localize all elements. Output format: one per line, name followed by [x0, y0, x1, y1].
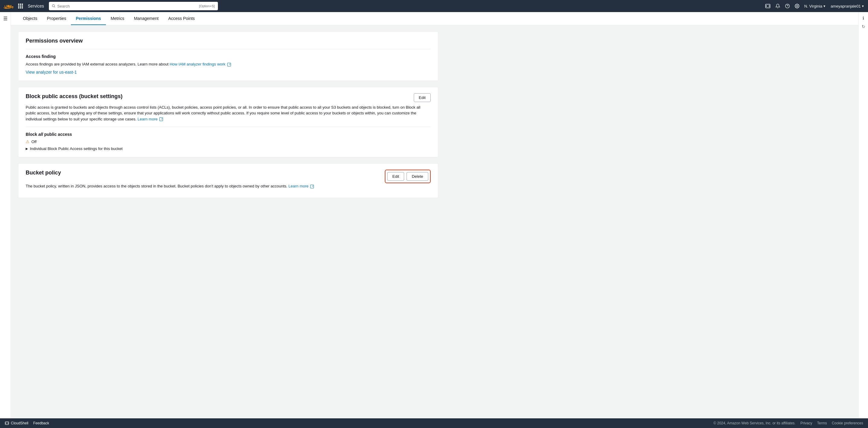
bucket-policy-card: Bucket policy Edit Delete The bucket pol…	[18, 163, 438, 198]
individual-settings-label: Individual Block Public Access settings …	[30, 146, 123, 151]
external-link-icon	[227, 63, 231, 66]
bucket-policy-description: The bucket policy, written in JSON, prov…	[26, 183, 431, 189]
cloudshell-icon[interactable]	[765, 3, 771, 9]
block-public-access-learn-more-link[interactable]: Learn more	[137, 117, 163, 121]
tabs-bar: Objects Properties Permissions Metrics M…	[11, 12, 858, 25]
svg-line-1	[54, 7, 55, 7]
tab-access-points[interactable]: Access Points	[163, 12, 199, 25]
block-all-label: Block all public access	[26, 132, 431, 137]
status-off-label: Off	[31, 140, 36, 144]
block-public-access-edit-button[interactable]: Edit	[414, 93, 431, 102]
aws-logo[interactable]	[4, 3, 13, 9]
block-public-access-title: Block public access (bucket settings)	[26, 93, 123, 100]
refresh-icon[interactable]: ↻	[862, 24, 865, 29]
block-public-access-description: Public access is granted to buckets and …	[26, 104, 431, 122]
block-public-access-header: Block public access (bucket settings) Ed…	[26, 93, 431, 104]
settings-icon[interactable]	[795, 4, 800, 8]
notifications-icon[interactable]	[775, 4, 780, 8]
search-bar[interactable]: [Option+S]	[49, 2, 218, 10]
block-all-status: ⚠ Off	[26, 139, 431, 144]
warning-icon: ⚠	[26, 139, 30, 144]
permissions-overview-title: Permissions overview	[26, 38, 431, 44]
block-public-access-card: Block public access (bucket settings) Ed…	[18, 87, 438, 158]
grid-icon[interactable]	[18, 4, 23, 8]
tab-objects[interactable]: Objects	[18, 12, 42, 25]
view-analyzer-link[interactable]: View analyzer for us-east-1	[26, 70, 77, 74]
bucket-policy-external-icon	[310, 185, 314, 188]
tab-permissions[interactable]: Permissions	[71, 12, 105, 25]
learn-more-external-icon	[159, 117, 163, 121]
tab-properties[interactable]: Properties	[42, 12, 71, 25]
bucket-policy-header: Bucket policy Edit Delete	[26, 170, 431, 183]
search-shortcut: [Option+S]	[199, 4, 215, 8]
access-finding-text: Access findings are provided by IAM exte…	[26, 61, 431, 67]
main-content: Objects Properties Permissions Metrics M…	[11, 12, 858, 418]
page-content: Permissions overview Access finding Acce…	[11, 25, 445, 210]
services-menu[interactable]: Services	[28, 4, 44, 8]
hamburger-menu[interactable]: ☰	[3, 16, 7, 22]
bucket-policy-title: Bucket policy	[26, 170, 61, 176]
bucket-policy-delete-button[interactable]: Delete	[406, 172, 428, 181]
svg-point-5	[797, 5, 798, 7]
search-icon	[52, 4, 56, 8]
bucket-policy-edit-button[interactable]: Edit	[387, 172, 404, 181]
bucket-policy-buttons-highlighted: Edit Delete	[385, 170, 431, 183]
info-icon[interactable]: ℹ	[863, 16, 864, 21]
tab-metrics[interactable]: Metrics	[106, 12, 129, 25]
individual-settings-expand[interactable]: ▶ Individual Block Public Access setting…	[26, 146, 431, 151]
svg-point-0	[52, 4, 55, 7]
bucket-policy-learn-more-link[interactable]: Learn more	[288, 184, 314, 188]
left-sidebar: ☰	[0, 12, 11, 418]
right-sidebar: ℹ ↻	[858, 12, 868, 418]
iam-analyzer-link[interactable]: How IAM analyzer findings work	[169, 62, 231, 66]
tab-management[interactable]: Management	[129, 12, 163, 25]
nav-right: N. Virginia ▼ ameyapranjale01 ▼	[765, 3, 864, 9]
help-icon[interactable]	[785, 4, 790, 8]
user-menu[interactable]: ameyapranjale01 ▼	[831, 4, 864, 8]
search-input[interactable]	[57, 4, 197, 8]
expand-arrow-icon: ▶	[26, 147, 28, 150]
permissions-overview-card: Permissions overview Access finding Acce…	[18, 31, 438, 81]
region-selector[interactable]: N. Virginia ▼	[804, 4, 826, 8]
top-navigation: Services [Option+S] N. Virginia ▼ ameyap…	[0, 0, 868, 12]
access-finding-label: Access finding	[26, 54, 431, 59]
